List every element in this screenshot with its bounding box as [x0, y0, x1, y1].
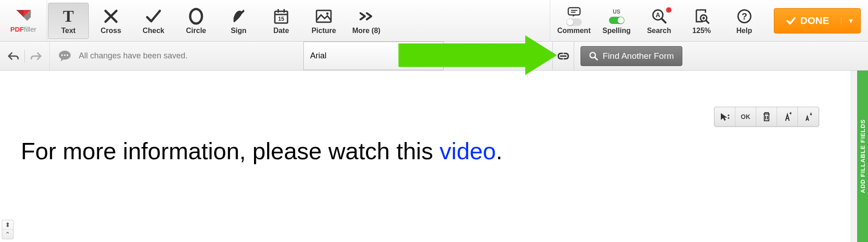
svg-point-27 [67, 54, 68, 56]
font-increase-icon [782, 112, 792, 122]
spelling-toggle[interactable] [609, 17, 624, 24]
tool-text-label: Text [61, 27, 76, 35]
help-icon: ? [736, 8, 753, 24]
comment-icon [567, 7, 581, 18]
main-toolbar: PDFfiller T Text Cross Check Circle Sign… [0, 0, 868, 42]
logo[interactable]: PDFfiller [0, 0, 47, 41]
tool-spelling[interactable]: US Spelling [596, 3, 637, 39]
palette-move[interactable] [715, 107, 735, 126]
add-fillable-fields-rail[interactable]: ADD FILLABLE FIELDS [857, 71, 868, 242]
zoom-icon [694, 8, 710, 24]
trash-icon [762, 112, 771, 122]
document-canvas[interactable]: For more information, please watch this … [0, 71, 868, 242]
tool-more[interactable]: More (8) [346, 3, 387, 39]
sign-icon [230, 8, 247, 25]
speech-bubble-icon [58, 50, 72, 62]
tool-check[interactable]: Check [133, 3, 174, 39]
svg-point-25 [61, 54, 63, 56]
tool-more-label: More (8) [352, 27, 380, 35]
link-icon [556, 52, 570, 61]
tool-search-label: Search [647, 27, 671, 35]
text-edit-palette: OK [714, 107, 819, 127]
search-icon: A [651, 8, 667, 24]
tool-sign[interactable]: Sign [218, 3, 259, 39]
font-decrease-icon [803, 112, 813, 122]
svg-text:?: ? [741, 11, 747, 21]
search-small-icon [589, 52, 598, 61]
font-name: Arial [310, 51, 326, 61]
tool-date-label: Date [273, 27, 289, 35]
tool-zoom[interactable]: 125% [681, 3, 722, 39]
comment-toggle[interactable] [566, 19, 582, 26]
svg-point-4 [190, 9, 202, 24]
tool-circle-label: Circle [186, 27, 206, 35]
svg-point-11 [326, 12, 329, 14]
tool-help-label: Help [736, 27, 752, 35]
done-check-icon [786, 16, 796, 26]
palette-size-down[interactable] [798, 107, 819, 126]
tool-comment-label: Comment [557, 27, 591, 35]
tool-zoom-label: 125% [692, 27, 711, 35]
done-label: DONE [801, 15, 830, 27]
redo-icon [30, 51, 42, 61]
tool-picture-label: Picture [312, 27, 336, 35]
pdffiller-logo-icon [14, 8, 34, 24]
tool-spelling-label: Spelling [602, 27, 630, 35]
svg-line-30 [595, 57, 597, 60]
undo-button[interactable] [6, 49, 20, 63]
find-form-label: Find Another Form [603, 51, 674, 61]
doc-text-link[interactable]: video [440, 138, 496, 164]
rail-label: ADD FILLABLE FIELDS [859, 119, 866, 193]
tool-comment[interactable]: Comment [554, 3, 595, 39]
status-area: All changes have been saved. [50, 50, 303, 62]
palette-ok[interactable]: OK [735, 107, 756, 126]
font-selector[interactable]: Arial [303, 42, 444, 70]
tool-circle[interactable]: Circle [176, 3, 216, 39]
page-nav-top-icon[interactable]: ⬍ [2, 220, 13, 230]
tool-cross-label: Cross [101, 27, 121, 35]
palette-ok-label: OK [741, 113, 750, 120]
tool-picture[interactable]: Picture [303, 3, 344, 39]
svg-line-21 [706, 20, 709, 23]
check-icon [144, 8, 163, 24]
scrollbar[interactable] [851, 71, 857, 242]
svg-point-26 [64, 54, 66, 56]
logo-text: PDFfiller [10, 25, 37, 33]
svg-marker-0 [16, 10, 24, 17]
svg-text:T: T [63, 7, 74, 25]
svg-rect-12 [568, 8, 580, 15]
tool-help[interactable]: ? Help [724, 3, 765, 39]
svg-rect-10 [317, 10, 331, 22]
cross-icon [103, 8, 119, 24]
tool-search[interactable]: A Search [639, 3, 680, 39]
tool-cross[interactable]: Cross [91, 3, 131, 39]
find-form-button[interactable]: Find Another Form [580, 46, 682, 66]
date-icon: 15 [273, 8, 290, 25]
move-cursor-icon [719, 112, 730, 122]
link-button[interactable] [552, 42, 574, 70]
done-button[interactable]: DONE ▼ [774, 8, 861, 33]
svg-rect-8 [283, 9, 285, 13]
palette-delete[interactable] [756, 107, 777, 126]
svg-text:A: A [656, 11, 660, 19]
page-nav-up-icon[interactable]: ⌃ [2, 230, 13, 239]
svg-rect-7 [278, 9, 279, 13]
document-text-line[interactable]: For more information, please watch this … [21, 138, 503, 165]
separator [24, 50, 25, 62]
tool-sign-label: Sign [231, 27, 247, 35]
svg-text:15: 15 [278, 16, 284, 22]
circle-icon [187, 8, 205, 25]
tool-date[interactable]: 15 Date [261, 3, 302, 39]
tool-text[interactable]: T Text [48, 3, 89, 39]
spelling-region-label: US [613, 9, 620, 15]
tool-check-label: Check [143, 27, 164, 35]
doc-text-suffix: . [496, 138, 502, 164]
undo-icon [7, 51, 19, 61]
text-icon: T [59, 7, 77, 25]
palette-size-up[interactable] [777, 107, 798, 126]
page-nav-handle[interactable]: ⬍ ⌃ [2, 220, 14, 239]
done-dropdown[interactable]: ▼ [841, 17, 860, 24]
svg-line-17 [662, 19, 666, 23]
sub-toolbar: All changes have been saved. Arial Find … [0, 42, 868, 71]
redo-button[interactable] [29, 49, 43, 63]
